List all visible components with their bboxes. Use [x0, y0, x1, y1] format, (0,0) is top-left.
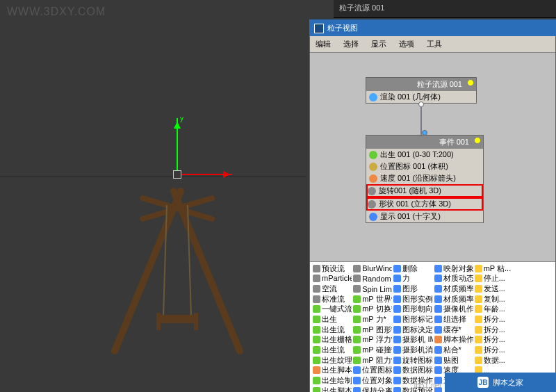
depot-item[interactable]: 出生绘制 — [311, 375, 352, 386]
depot-icon — [313, 316, 320, 323]
depot-item[interactable]: mP 浮力* — [352, 334, 392, 345]
depot-item[interactable]: 材质频率 — [433, 284, 473, 294]
depot-icon — [313, 275, 320, 282]
depot-icon — [313, 326, 320, 334]
depot-item[interactable]: 年龄... — [473, 304, 514, 315]
source-node[interactable]: 粒子流源 001 渲染 001 (几何体) — [366, 77, 477, 104]
depot-item[interactable]: 一键式流 — [311, 304, 352, 315]
depot-item[interactable]: 映射对象 — [433, 263, 473, 274]
depot-item[interactable]: 缓存* — [433, 325, 473, 335]
event-node[interactable]: 事件 001 出生 001 (0-30 T:200)位置图标 001 (体积)速… — [366, 135, 484, 223]
window-titlebar[interactable]: 粒子视图 — [310, 20, 555, 36]
depot-item — [514, 274, 554, 284]
depot-item[interactable]: BlurWind... — [352, 263, 392, 274]
output-connector[interactable] — [418, 101, 424, 107]
depot-item[interactable]: 旋转图标* — [392, 355, 432, 366]
depot-item[interactable]: 出生栅格 — [311, 334, 352, 345]
depot-item[interactable]: 标准流 — [311, 294, 352, 304]
depot-icon — [313, 357, 320, 364]
depot-item[interactable]: 数据图标* — [392, 365, 432, 375]
menu-edit[interactable]: 编辑 — [313, 38, 334, 50]
depot-item — [514, 304, 554, 315]
depot-item[interactable]: 图形标记 — [392, 314, 432, 325]
depot-item[interactable]: 图形朝向 — [392, 304, 432, 315]
menu-bar[interactable]: 编辑 选择 显示 选项 工具 — [310, 36, 555, 53]
depot-item[interactable]: 出生 — [311, 314, 352, 325]
depot-item[interactable]: 脚本操作符 — [433, 334, 473, 345]
footer-banner[interactable]: JB 脚本之家 — [445, 373, 556, 392]
depot-item[interactable]: mParticles 流* — [311, 274, 352, 284]
depot-item[interactable]: 停止... — [473, 274, 514, 284]
depot-icon — [434, 336, 442, 343]
y-axis-gizmo[interactable] — [177, 118, 178, 174]
depot-item[interactable]: Spin Limit* — [352, 284, 392, 294]
depot-item[interactable]: 拆分... — [473, 345, 514, 355]
depot-item[interactable]: mP 力* — [352, 314, 392, 325]
menu-options[interactable]: 选项 — [396, 38, 417, 50]
depot-item[interactable]: mP 世界* — [352, 294, 392, 304]
pos-icon — [369, 163, 377, 171]
depot-item[interactable]: 删除 — [392, 263, 432, 274]
depot-item[interactable]: 出生纹理 — [311, 355, 352, 366]
menu-tools[interactable]: 工具 — [424, 38, 445, 50]
depot-item[interactable]: 图形实例 — [392, 294, 432, 304]
depot-item[interactable]: 空流 — [311, 284, 352, 294]
rot-icon — [368, 187, 376, 195]
swing-model[interactable] — [101, 184, 254, 358]
depot-item[interactable]: 贴图 — [433, 355, 473, 366]
depot-item[interactable]: mP 碰撞* — [352, 345, 392, 355]
depot-item[interactable]: 出生流 — [311, 325, 352, 335]
input-connector[interactable] — [422, 130, 427, 136]
depot-item[interactable]: 拆分... — [473, 325, 514, 335]
depot-item[interactable]: mP 图形* — [352, 325, 392, 335]
bulb-icon[interactable] — [467, 79, 474, 86]
depot-item[interactable]: mP 切换* — [352, 304, 392, 315]
depot-item[interactable]: 出生脚本 — [311, 386, 352, 392]
menu-select[interactable]: 选择 — [341, 38, 361, 50]
gizmo-origin[interactable] — [173, 170, 181, 179]
event-node-header[interactable]: 事件 001 — [366, 136, 483, 149]
depot-icon — [393, 285, 401, 293]
depot-item[interactable]: 预设流 — [311, 263, 352, 274]
depot-item[interactable]: 摄影机消隐* — [392, 345, 432, 355]
operator-row[interactable]: 旋转001 (随机 3D) — [366, 184, 483, 197]
flow-canvas[interactable]: 粒子流源 001 渲染 001 (几何体) 事件 001 出生 001 (0-3… — [310, 53, 555, 261]
x-axis-gizmo[interactable] — [177, 174, 232, 175]
depot-icon — [313, 346, 320, 354]
operator-row[interactable]: 出生 001 (0-30 T:200) — [366, 149, 483, 161]
menu-display[interactable]: 显示 — [368, 38, 389, 50]
depot-item[interactable]: 复制... — [473, 294, 514, 304]
depot-item[interactable]: 拆分... — [473, 314, 514, 325]
depot-icon — [313, 377, 320, 384]
depot-item[interactable]: 位置对象 — [352, 375, 392, 386]
particle-view-window[interactable]: 粒子视图 编辑 选择 显示 选项 工具 粒子流源 001 渲染 001 (几何体… — [309, 19, 556, 392]
depot-item[interactable]: 数据... — [473, 355, 514, 366]
depot-item[interactable]: 摄影机 IMBlur* — [392, 334, 432, 345]
depot-icon — [475, 285, 482, 293]
operator-row[interactable]: 位置图标 001 (体积) — [366, 161, 483, 172]
depot-item[interactable]: 力 — [392, 274, 432, 284]
depot-item[interactable]: 图形 — [392, 284, 432, 294]
depot-item[interactable]: 拆分... — [473, 334, 514, 345]
operator-row[interactable]: 速度 001 (沿图标箭头) — [366, 172, 483, 184]
depot-item[interactable]: 粘合* — [433, 345, 473, 355]
depot-item[interactable]: mP 阻力* — [352, 355, 392, 366]
speed-icon — [369, 174, 377, 183]
depot-item[interactable]: 图标决定速率* — [392, 325, 432, 335]
depot-item[interactable]: 发送... — [473, 284, 514, 294]
depot-item[interactable]: 材质频率 — [433, 294, 473, 304]
depot-item[interactable]: 位置图标 — [352, 365, 392, 375]
source-node-header[interactable]: 粒子流源 001 — [366, 78, 476, 91]
bulb-icon[interactable] — [474, 137, 481, 144]
depot-item[interactable]: mP 粘... — [473, 263, 514, 274]
depot-item[interactable]: 组选择 — [433, 314, 473, 325]
depot-item[interactable]: 保持分离* — [352, 386, 392, 392]
depot-item[interactable]: 出生脚本 — [311, 365, 352, 375]
operator-row[interactable]: 显示 001 (十字叉) — [366, 211, 483, 222]
depot-item[interactable]: 材质动态 — [433, 274, 473, 284]
depot-item[interactable]: 出生流 — [311, 345, 352, 355]
operator-row[interactable]: 形状 001 (立方体 3D) — [366, 197, 483, 211]
depot-item[interactable]: 摄像机作符 — [433, 304, 473, 315]
depot-item[interactable]: Random Walk — [352, 274, 392, 284]
depot-icon — [475, 316, 482, 323]
